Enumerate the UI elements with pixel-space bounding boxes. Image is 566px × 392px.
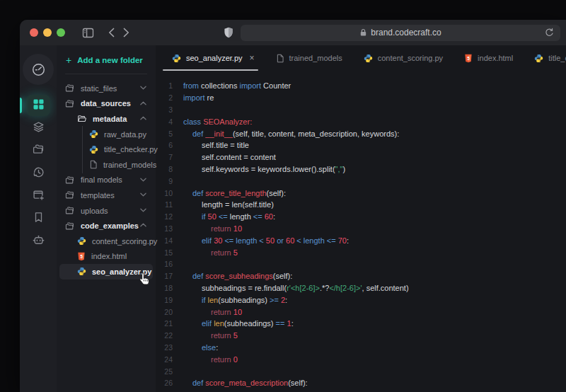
code-token: score_meta_description — [205, 379, 288, 387]
tab-bar: seo_analyzer.py×trained_modelscontent_sc… — [156, 45, 566, 71]
code-token: (self, title, content, meta_description,… — [233, 129, 399, 138]
code-token: .*? — [320, 284, 329, 292]
bookmark-icon — [33, 212, 44, 226]
code-text: else: — [183, 343, 218, 352]
tree-item-label: trained_models — [103, 161, 156, 169]
code-token: else — [202, 343, 216, 352]
sidebar-item-dashboard[interactable] — [26, 95, 50, 116]
chevron-up-icon[interactable] — [140, 101, 146, 105]
code-token: 60 — [265, 212, 273, 221]
folder-icon — [65, 206, 75, 215]
close-window-button[interactable] — [30, 28, 38, 37]
code-token: 10 — [233, 224, 242, 233]
forward-button[interactable] — [123, 28, 129, 38]
tree-item-static-files[interactable]: static_files — [57, 81, 156, 96]
chevron-up-icon[interactable] — [140, 116, 146, 120]
code-token: def — [192, 379, 203, 387]
code-token: return — [211, 308, 231, 316]
code-line: 9 — [156, 175, 566, 187]
line-number: 24 — [156, 355, 173, 364]
code-token: score_subheadings — [205, 272, 272, 280]
tree-item-metadata[interactable]: metadata — [57, 111, 156, 127]
code-text: return 5 — [183, 331, 238, 340]
chevron-up-icon[interactable] — [140, 223, 146, 227]
tab-index-html[interactable]: 5index.html — [454, 45, 524, 71]
line-number: 21 — [156, 319, 173, 328]
code-token: length = len(self.title) — [202, 200, 274, 209]
tree-item-content-scoring-py[interactable]: content_scoring.py — [57, 234, 156, 249]
code-token: collections — [199, 81, 239, 90]
tree-item-label: metadata — [93, 115, 127, 123]
url-bar[interactable]: brand.codecraft.co — [241, 25, 560, 41]
code-token: (self): — [273, 272, 293, 280]
folder-icon — [65, 221, 75, 231]
chevron-down-icon[interactable] — [140, 86, 146, 90]
line-number: 22 — [156, 331, 173, 340]
tree-item-data-sources[interactable]: data_sources — [57, 96, 156, 112]
line-number: 20 — [156, 308, 173, 316]
tree-item-code-examples[interactable]: code_examples — [57, 218, 156, 234]
code-token: self.title = title — [202, 141, 249, 149]
refresh-icon[interactable] — [545, 28, 554, 40]
tree-item-label: content_scoring.py — [92, 237, 157, 246]
tab-seo-analyzer-py[interactable]: seo_analyzer.py× — [161, 45, 265, 71]
tab-title-checker-py[interactable]: title_checker.py — [524, 45, 566, 71]
code-token: score_title_length — [205, 189, 266, 197]
plus-icon: + — [66, 55, 71, 65]
code-area[interactable]: 1from collections import Counter2import … — [156, 71, 566, 392]
tree-item-raw-data-py[interactable]: raw_data.py — [57, 127, 156, 142]
code-token: (subheadings) — [224, 319, 276, 328]
tree-item-templates[interactable]: templates — [57, 188, 156, 203]
code-token: < length <= — [296, 236, 335, 245]
privacy-shield-icon[interactable] — [224, 27, 233, 39]
minimize-window-button[interactable] — [43, 28, 52, 37]
maximize-window-button[interactable] — [57, 28, 65, 37]
file-icon — [89, 160, 98, 169]
tree-item-seo-analyzer-py[interactable]: seo_analyzer.py — [59, 264, 153, 279]
code-token: <= length < — [224, 236, 265, 245]
code-line: 26def score_meta_description(self): — [156, 377, 566, 389]
chevron-down-icon[interactable] — [140, 192, 146, 197]
code-line: 22return 5 — [156, 330, 566, 342]
tree-item-index-html[interactable]: 5index.html — [57, 249, 156, 265]
code-text: import re — [183, 93, 214, 102]
code-line: 7self.content = content — [156, 151, 566, 163]
code-token: : — [273, 212, 275, 221]
chevron-down-icon[interactable] — [140, 208, 146, 212]
sidebar-item-new-window[interactable] — [26, 185, 50, 207]
chevron-down-icon[interactable] — [140, 178, 146, 182]
code-line: 15return 5 — [156, 246, 566, 258]
tree-item-title-checker-py[interactable]: title_checker.py — [57, 142, 156, 157]
code-token: return — [211, 331, 231, 340]
sidebar-item-bookmarks[interactable] — [26, 208, 50, 229]
tab-trained-models[interactable]: trained_models — [265, 45, 353, 71]
code-token: </h[2-6]>' — [329, 284, 362, 292]
code-token: len — [214, 319, 224, 328]
dashboard-grid-icon — [33, 98, 45, 113]
code-text: self.title = title — [183, 141, 249, 149]
tree-item-final-models[interactable]: final models — [57, 173, 156, 188]
tree-item-uploads[interactable]: uploads — [57, 203, 156, 219]
python-icon — [364, 54, 373, 63]
tab-close-icon[interactable]: × — [250, 53, 255, 63]
line-number: 11 — [156, 200, 173, 209]
tab-content-scoring-py[interactable]: content_scoring.py — [353, 45, 454, 71]
code-line: 13return 10 — [156, 223, 566, 235]
sidebar-item-layers[interactable] — [26, 117, 50, 139]
html-icon: 5 — [77, 252, 86, 261]
sidebar-item-history[interactable] — [26, 163, 50, 184]
code-token: (subheadings) — [218, 296, 270, 304]
sidebar-toggle-icon[interactable] — [82, 28, 94, 38]
sidebar-item-assistant[interactable] — [26, 231, 50, 252]
tree-item-trained-models[interactable]: trained_models — [57, 157, 156, 173]
app-logo[interactable] — [23, 54, 54, 85]
code-text: self.keywords = keywords.lower().split("… — [183, 165, 345, 173]
file-icon — [276, 54, 284, 63]
tree-item-label: code_examples — [81, 221, 139, 230]
add-folder-button[interactable]: + Add a new folder — [57, 52, 156, 68]
back-button[interactable] — [108, 28, 115, 38]
folder-icon — [65, 175, 75, 185]
sidebar-item-files[interactable] — [26, 140, 50, 161]
line-number: 25 — [156, 367, 173, 376]
code-line: 10def score_title_length(self): — [156, 187, 566, 199]
